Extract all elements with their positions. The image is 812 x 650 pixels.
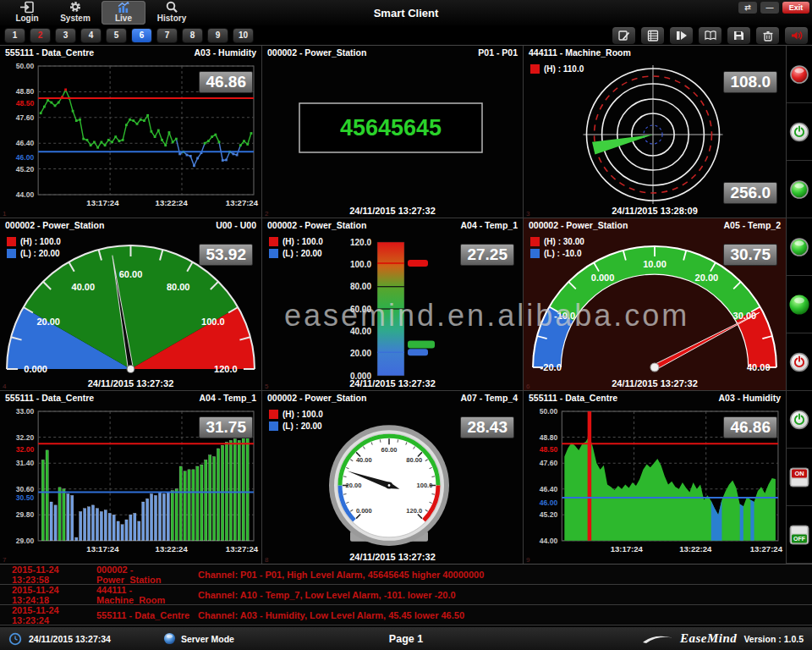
panel-index: 5	[265, 383, 268, 390]
numeric-display: 45645645	[262, 59, 523, 218]
indicator-lamp-green[interactable]	[787, 276, 812, 333]
panel-timestamp: 24/11/2015 13:27:32	[262, 206, 523, 216]
page-tab-8[interactable]: 8	[182, 28, 203, 43]
status-datetime: 24/11/2015 13:27:34	[29, 634, 111, 644]
svg-text:40.00: 40.00	[356, 456, 372, 464]
high-legend-swatch	[530, 237, 540, 246]
panel-station: 555111 - Data_Centre	[5, 47, 94, 59]
panel-semi-gauge: 000002 - Power_StationU00 - U00 0.00020.…	[0, 218, 261, 390]
alarm-row[interactable]: 2015-11-24 13:23:58 000002 - Power_Stati…	[0, 565, 812, 585]
status-lamp-green-1[interactable]	[787, 161, 812, 218]
server-mode-label: Server Mode	[181, 634, 234, 644]
restore-icon[interactable]: ⇄	[738, 2, 757, 14]
panel-channel: A05 - Temp_2	[724, 220, 782, 232]
svg-text:120.0: 120.0	[406, 507, 422, 515]
svg-text:80.00: 80.00	[406, 456, 422, 464]
svg-text:40.00: 40.00	[350, 327, 371, 336]
value-badge: 53.92	[199, 244, 253, 266]
status-lamp-green-2[interactable]	[787, 218, 812, 276]
panel-humidity-trend: 555111 - Data_CentreA03 - Humidity 50.00…	[0, 46, 261, 218]
panel-channel: A07 - Temp_4	[461, 393, 518, 405]
svg-text:32.00: 32.00	[16, 445, 35, 454]
panel-station: 000002 - Power_Station	[267, 393, 366, 405]
low-legend-label: (L) : 20.00	[283, 421, 322, 431]
svg-text:0.000: 0.000	[591, 273, 615, 283]
page-tab-4[interactable]: 4	[80, 28, 102, 43]
window-controls: ⇄ — Exit	[738, 2, 809, 14]
high-legend-label: (H) : 100.0	[283, 237, 323, 246]
svg-text:48.50: 48.50	[16, 100, 35, 108]
value-badge: 46.86	[199, 71, 253, 93]
rocker-switch-off[interactable]: OFF	[787, 506, 812, 564]
delete-icon[interactable]	[756, 27, 779, 44]
nav-history-label: History	[157, 14, 186, 23]
page-tab-2[interactable]: 2	[30, 28, 51, 43]
page-tab-6[interactable]: 6	[131, 28, 152, 43]
power-button-green[interactable]	[787, 103, 812, 161]
svg-text:46.00: 46.00	[16, 153, 35, 162]
status-bar: 24/11/2015 13:27:34 Server Mode Page 1 E…	[0, 626, 812, 650]
login-icon	[19, 1, 35, 14]
page-tab-7[interactable]: 7	[156, 28, 178, 43]
page-tab-10[interactable]: 10	[233, 28, 254, 43]
panel-station: 000002 - Power_Station	[267, 47, 366, 59]
exit-button[interactable]: Exit	[782, 2, 809, 14]
power-button-green-2[interactable]	[787, 391, 812, 449]
search-icon	[164, 1, 179, 14]
log-book-icon[interactable]	[699, 27, 721, 44]
clock-icon	[8, 632, 22, 646]
svg-text:44.00: 44.00	[16, 190, 35, 199]
tab-bar: 12345678910	[0, 25, 812, 46]
panel-thermometer: 000002 - Power_StationA04 - Temp_1 0.000…	[262, 218, 523, 390]
svg-text:45645645: 45645645	[340, 115, 442, 140]
power-button-red[interactable]	[787, 333, 812, 391]
svg-text:-10.0: -10.0	[554, 311, 575, 321]
server-mode-icon	[163, 632, 176, 645]
value-badge: 30.75	[723, 244, 777, 266]
panel-station: 555111 - Data_Centre	[5, 393, 94, 405]
svg-text:60.00: 60.00	[119, 269, 143, 279]
alarm-list: 2015-11-24 13:23:58 000002 - Power_Stati…	[0, 564, 812, 626]
nav-history-button[interactable]: History	[150, 1, 194, 25]
svg-text:20.00: 20.00	[695, 273, 719, 283]
svg-text:100.0: 100.0	[417, 482, 433, 489]
panel-index: 3	[526, 210, 529, 218]
panel-timestamp: 24/11/2015 13:27:32	[0, 378, 261, 388]
svg-text:40.00: 40.00	[747, 362, 771, 372]
nav-system-button[interactable]: System	[53, 1, 97, 25]
panel-channel: A04 - Temp_1	[200, 393, 257, 405]
panel-bar-trend: 555111 - Data_CentreA04 - Temp_1 33.0032…	[0, 391, 261, 564]
nav-live-button[interactable]: Live	[102, 1, 145, 25]
page-tab-9[interactable]: 9	[207, 28, 228, 43]
svg-text:13:17:24: 13:17:24	[86, 544, 119, 554]
panel-index: 4	[3, 383, 6, 390]
edit-note-icon[interactable]	[612, 27, 635, 44]
rocker-switch-on[interactable]: ON	[787, 449, 812, 506]
svg-text:47.60: 47.60	[16, 113, 35, 122]
svg-text:31.40: 31.40	[16, 459, 35, 467]
save-icon[interactable]	[727, 27, 750, 44]
high-legend-swatch	[7, 237, 16, 246]
svg-text:44.00: 44.00	[540, 537, 558, 545]
alarm-lamp-red[interactable]	[787, 46, 812, 103]
alarm-row[interactable]: 2015-11-24 13:23:24 555111 - Data_Centre…	[0, 605, 812, 625]
svg-text:29.80: 29.80	[16, 510, 35, 519]
panel-timestamp: 24/11/2015 13:28:09	[524, 206, 786, 216]
brand-swoosh-icon	[643, 635, 673, 643]
version-label: Version : 1.0.5	[743, 634, 804, 644]
page-tab-3[interactable]: 3	[55, 28, 76, 43]
svg-text:33.00: 33.00	[16, 407, 35, 416]
nav-login-button[interactable]: Login	[5, 1, 49, 25]
svg-text:10.00: 10.00	[643, 259, 667, 269]
low-legend-label: (L) : -10.0	[544, 249, 581, 258]
svg-text:0.000: 0.000	[24, 364, 47, 374]
svg-text:13:17:24: 13:17:24	[86, 198, 119, 207]
page-tab-1[interactable]: 1	[4, 28, 25, 43]
channel-list-icon[interactable]	[641, 27, 664, 44]
sound-icon[interactable]	[785, 27, 808, 44]
alarm-row[interactable]: 2015-11-24 13:24:18 444111 - Machine_Roo…	[0, 585, 812, 605]
page-tab-5[interactable]: 5	[106, 28, 127, 43]
minimize-icon[interactable]: —	[760, 2, 779, 14]
export-play-icon[interactable]	[670, 27, 693, 44]
svg-text:100.0: 100.0	[350, 260, 371, 269]
